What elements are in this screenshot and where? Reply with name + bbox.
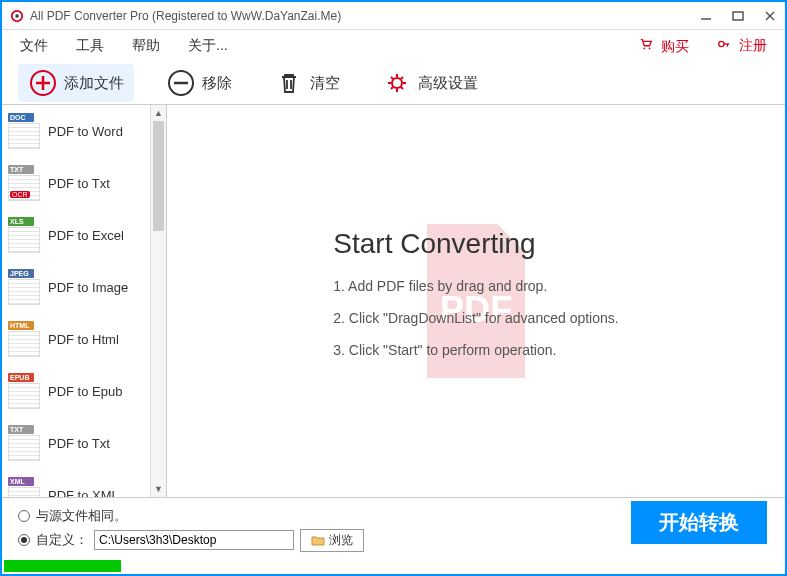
format-icon: DOC — [8, 113, 40, 149]
format-label: PDF to Word — [48, 124, 123, 139]
maximize-button[interactable] — [731, 9, 745, 23]
app-icon — [10, 9, 24, 23]
custom-path-radio[interactable] — [18, 534, 30, 546]
custom-path-label: 自定义： — [36, 531, 88, 549]
scroll-down-icon[interactable]: ▼ — [151, 481, 166, 497]
instruction-step: 3. Click "Start" to perform operation. — [333, 342, 618, 358]
format-icon: EPUB — [8, 373, 40, 409]
format-item[interactable]: EPUB PDF to Epub — [2, 365, 150, 417]
format-label: PDF to Image — [48, 280, 128, 295]
format-item[interactable]: HTML PDF to Html — [2, 313, 150, 365]
format-icon: TXT — [8, 425, 40, 461]
format-item[interactable]: JPEG PDF to Image — [2, 261, 150, 313]
format-icon: XML — [8, 477, 40, 497]
same-as-source-radio[interactable] — [18, 510, 30, 522]
start-convert-button[interactable]: 开始转换 — [631, 501, 767, 544]
menu-file[interactable]: 文件 — [20, 37, 48, 55]
instruction-step: 2. Click "DragDownList" for advanced opt… — [333, 310, 618, 326]
folder-icon — [311, 535, 325, 546]
format-label: PDF to Epub — [48, 384, 122, 399]
scroll-thumb[interactable] — [153, 121, 164, 231]
trash-icon — [274, 68, 304, 98]
minimize-button[interactable] — [699, 9, 713, 23]
format-label: PDF to Excel — [48, 228, 124, 243]
format-item[interactable]: XML PDF to XML — [2, 469, 150, 497]
format-item[interactable]: TXT PDF to Txt — [2, 417, 150, 469]
window-title: All PDF Converter Pro (Registered to WwW… — [30, 9, 699, 23]
progress-bar — [4, 560, 783, 572]
add-files-button[interactable]: 添加文件 — [18, 64, 134, 102]
format-label: PDF to Txt — [48, 176, 110, 191]
close-button[interactable] — [763, 9, 777, 23]
menu-register[interactable]: 注册 — [717, 37, 767, 56]
format-label: PDF to Txt — [48, 436, 110, 451]
minus-icon — [166, 68, 196, 98]
cart-icon — [639, 38, 653, 54]
plus-icon — [28, 68, 58, 98]
drop-zone[interactable]: PDF Start Converting 1. Add PDF files by… — [167, 105, 785, 497]
clear-button[interactable]: 清空 — [264, 64, 350, 102]
sidebar-scrollbar[interactable]: ▲ ▼ — [150, 105, 166, 497]
menu-about[interactable]: 关于... — [188, 37, 228, 55]
format-item[interactable]: XLS PDF to Excel — [2, 209, 150, 261]
format-item[interactable]: DOC PDF to Word — [2, 105, 150, 157]
format-icon: TXT OCR — [8, 165, 40, 201]
svg-point-7 — [649, 47, 651, 49]
format-icon: XLS — [8, 217, 40, 253]
scroll-up-icon[interactable]: ▲ — [151, 105, 166, 121]
settings-button[interactable]: 高级设置 — [372, 64, 488, 102]
format-icon: HTML — [8, 321, 40, 357]
menu-tools[interactable]: 工具 — [76, 37, 104, 55]
menu-help[interactable]: 帮助 — [132, 37, 160, 55]
svg-rect-3 — [733, 12, 743, 20]
gear-icon — [382, 68, 412, 98]
format-item[interactable]: TXT OCR PDF to Txt — [2, 157, 150, 209]
output-path-input[interactable] — [94, 530, 294, 550]
ocr-badge: OCR — [10, 191, 30, 198]
main-heading: Start Converting — [333, 228, 618, 260]
format-label: PDF to Html — [48, 332, 119, 347]
instruction-step: 1. Add PDF files by drag and drop. — [333, 278, 618, 294]
svg-point-8 — [719, 42, 724, 47]
svg-point-16 — [392, 78, 402, 88]
same-as-source-label: 与源文件相同。 — [36, 507, 127, 525]
format-icon: JPEG — [8, 269, 40, 305]
remove-button[interactable]: 移除 — [156, 64, 242, 102]
format-label: PDF to XML — [48, 488, 119, 498]
format-list: DOC PDF to Word TXT OCR PDF to Txt XLS P… — [2, 105, 150, 497]
svg-point-1 — [15, 14, 19, 18]
browse-button[interactable]: 浏览 — [300, 529, 364, 552]
menu-buy[interactable]: 购买 — [639, 37, 689, 56]
key-icon — [717, 38, 731, 54]
svg-point-6 — [644, 47, 646, 49]
